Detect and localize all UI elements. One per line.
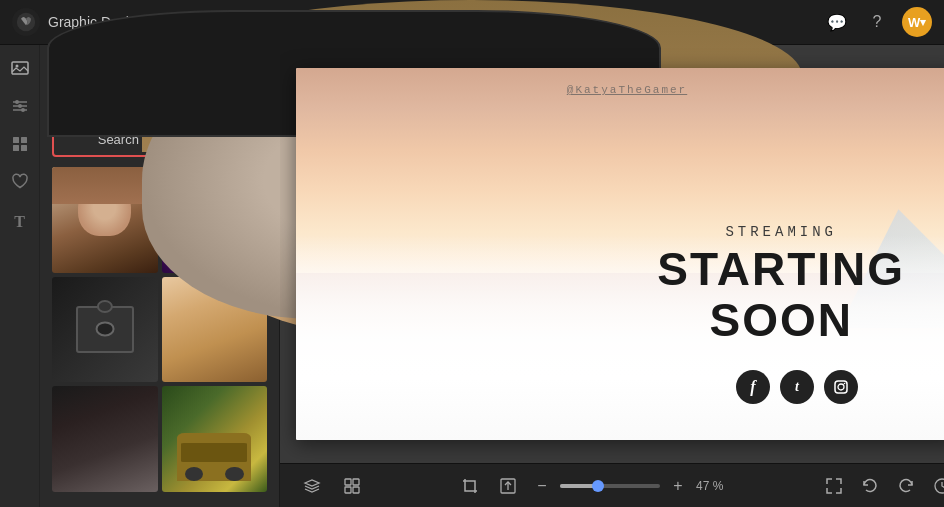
svg-rect-17 xyxy=(353,479,359,485)
svg-point-15 xyxy=(844,383,846,385)
canvas-username-text[interactable]: @KatyaTheGamer xyxy=(567,84,687,96)
image-grid xyxy=(40,167,279,492)
sidebar-image-button[interactable] xyxy=(5,55,35,85)
zoom-percent-label: 47 % xyxy=(696,479,732,493)
svg-point-6 xyxy=(21,108,25,112)
tumblr-icon[interactable]: t xyxy=(780,370,814,404)
svg-rect-16 xyxy=(345,479,351,485)
sidebar-text-button[interactable]: T xyxy=(5,207,35,237)
bottom-center-controls: − + 47 % xyxy=(454,470,732,502)
zoom-in-button[interactable]: + xyxy=(666,474,690,498)
topbar-right: 💬 ? W xyxy=(822,7,932,37)
svg-rect-13 xyxy=(835,381,847,393)
image-manager-panel: IMAGE MANAGER ? Computer ... Search Stoc… xyxy=(40,45,280,507)
svg-rect-10 xyxy=(21,137,27,143)
image-icon xyxy=(11,59,29,81)
svg-rect-9 xyxy=(13,137,19,143)
fit-to-screen-button[interactable] xyxy=(818,470,850,502)
chat-icon-button[interactable]: 💬 xyxy=(822,7,852,37)
heart-icon xyxy=(11,173,29,195)
bottom-toolbar: − + 47 % xyxy=(280,463,944,507)
svg-point-2 xyxy=(15,65,18,68)
svg-point-8 xyxy=(18,104,22,108)
undo-button[interactable] xyxy=(854,470,886,502)
starting-soon-text: STARTING SOON xyxy=(657,244,905,345)
svg-rect-19 xyxy=(353,487,359,493)
image-thumb-5[interactable] xyxy=(52,386,158,492)
redo-button[interactable] xyxy=(890,470,922,502)
streaming-label: STREAMING xyxy=(657,224,905,240)
svg-rect-18 xyxy=(345,487,351,493)
main-area: T IMAGE MANAGER ? Computer ... Search St… xyxy=(0,45,944,507)
help-icon-button[interactable]: ? xyxy=(862,7,892,37)
history-button[interactable] xyxy=(926,470,944,502)
icon-sidebar: T xyxy=(0,45,40,507)
text-icon: T xyxy=(14,213,25,231)
image-thumb-6[interactable] xyxy=(162,386,268,492)
zoom-slider-thumb[interactable] xyxy=(592,480,604,492)
grid-view-button[interactable] xyxy=(336,470,368,502)
canvas-workspace[interactable]: @KatyaTheGamer STREAMING STARTING SOON f… xyxy=(280,45,944,463)
svg-rect-12 xyxy=(21,145,27,151)
avatar[interactable]: W xyxy=(902,7,932,37)
instagram-icon[interactable] xyxy=(824,370,858,404)
canvas-area: @KatyaTheGamer STREAMING STARTING SOON f… xyxy=(280,45,944,507)
sliders-icon xyxy=(11,97,29,119)
sidebar-favorites-button[interactable] xyxy=(5,169,35,199)
crop-button[interactable] xyxy=(454,470,486,502)
export-button[interactable] xyxy=(492,470,524,502)
image-thumb-3[interactable] xyxy=(52,277,158,383)
zoom-out-button[interactable]: − xyxy=(530,474,554,498)
avatar-chevron xyxy=(920,16,926,29)
svg-point-4 xyxy=(15,100,19,104)
app-logo[interactable] xyxy=(12,8,40,36)
zoom-slider[interactable] xyxy=(560,484,660,488)
sidebar-adjust-button[interactable] xyxy=(5,93,35,123)
bottom-right-controls xyxy=(818,470,944,502)
canvas-social-icons[interactable]: f t xyxy=(736,370,858,404)
canvas-frame: @KatyaTheGamer STREAMING STARTING SOON f… xyxy=(296,68,944,440)
grid-icon xyxy=(11,135,29,157)
help-icon: ? xyxy=(873,13,882,31)
chat-icon: 💬 xyxy=(827,13,847,32)
canvas-streaming-block[interactable]: STREAMING STARTING SOON xyxy=(657,224,905,345)
facebook-icon[interactable]: f xyxy=(736,370,770,404)
svg-rect-11 xyxy=(13,145,19,151)
svg-point-14 xyxy=(838,384,844,390)
layers-button[interactable] xyxy=(296,470,328,502)
sidebar-grid-button[interactable] xyxy=(5,131,35,161)
